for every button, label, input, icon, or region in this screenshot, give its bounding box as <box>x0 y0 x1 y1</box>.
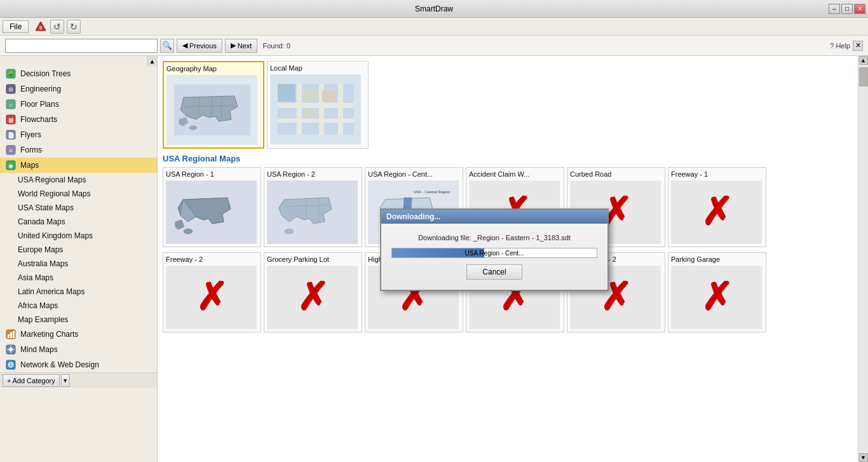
flowcharts-label: Flowcharts <box>20 115 57 124</box>
network-web-icon <box>5 359 17 370</box>
floor-plans-icon: ⌂ <box>5 99 17 110</box>
add-category-icon: + <box>7 377 11 384</box>
floor-plans-label: Floor Plans <box>20 100 59 109</box>
sidebar: ▲ 🌳 Decision Trees ⚙ Engineering ⌂ Floor… <box>0 56 158 462</box>
sidebar-sub-asia-maps[interactable]: Asia Maps <box>0 271 157 285</box>
add-category-dropdown-button[interactable]: ▼ <box>61 374 70 387</box>
svg-text:S: S <box>39 25 43 30</box>
dialog-body: Downloading file: _Region - Eastern - 1_… <box>381 224 607 290</box>
main-layout: ▲ 🌳 Decision Trees ⚙ Engineering ⌂ Floor… <box>0 56 868 462</box>
scroll-down-arrow[interactable]: ▼ <box>859 453 868 462</box>
sidebar-item-flyers[interactable]: 📄 Flyers <box>0 127 157 142</box>
close-search-button[interactable]: ✕ <box>853 41 863 51</box>
decision-trees-icon: 🌳 <box>5 68 17 79</box>
previous-button[interactable]: ◀ Previous <box>177 39 222 53</box>
marketing-charts-label: Marketing Charts <box>20 330 78 339</box>
redo-icon[interactable]: ↻ <box>67 20 81 34</box>
maps-icon: ◉ <box>5 160 17 171</box>
sidebar-item-mind-maps[interactable]: Mind Maps <box>0 342 157 357</box>
marketing-charts-icon <box>5 329 17 340</box>
help-icon: ? <box>830 42 834 50</box>
progress-bar-container: USA Region - Cent... <box>391 248 597 258</box>
svg-rect-17 <box>8 334 10 338</box>
svg-text:⚙: ⚙ <box>8 86 13 93</box>
flyers-label: Flyers <box>20 130 41 139</box>
sidebar-sub-latin-america-maps[interactable]: Latin America Maps <box>0 285 157 299</box>
sidebar-sub-uk-maps[interactable]: United Kingdom Maps <box>0 229 157 243</box>
sidebar-scroll-up[interactable]: ▲ <box>147 56 157 66</box>
add-category-label: Add Category <box>12 377 55 384</box>
decision-trees-label: Decision Trees <box>20 69 71 78</box>
dialog-cancel-button[interactable]: Cancel <box>466 264 522 280</box>
svg-text:◉: ◉ <box>8 163 13 169</box>
flyers-icon: 📄 <box>5 129 17 140</box>
sidebar-item-forms[interactable]: ≡ Forms <box>0 142 157 158</box>
sidebar-sub-world-regional-maps[interactable]: World Regional Maps <box>0 187 157 201</box>
dialog-title-bar: Downloading... <box>381 210 607 224</box>
downloading-dialog: Downloading... Downloading file: _Region… <box>380 208 609 291</box>
sidebar-sub-europe-maps[interactable]: Europe Maps <box>0 243 157 257</box>
sidebar-sub-australia-maps[interactable]: Australia Maps <box>0 257 157 271</box>
sidebar-sub-africa-maps[interactable]: Africa Maps <box>0 299 157 313</box>
file-menu-button[interactable]: File <box>3 20 29 33</box>
menu-bar: File S ↺ ↻ <box>0 18 868 36</box>
found-label: Found: 0 <box>262 42 290 50</box>
svg-rect-19 <box>13 331 15 338</box>
sidebar-item-marketing-charts[interactable]: Marketing Charts <box>0 327 157 342</box>
svg-text:📄: 📄 <box>8 132 15 139</box>
svg-rect-18 <box>10 332 12 338</box>
svg-text:🌳: 🌳 <box>7 70 15 78</box>
svg-point-21 <box>9 348 13 351</box>
search-input[interactable] <box>5 39 158 53</box>
mind-maps-label: Mind Maps <box>20 345 58 354</box>
toolbar-icons: S ↺ ↻ <box>34 20 81 34</box>
sidebar-item-decision-trees[interactable]: 🌳 Decision Trees <box>0 66 157 81</box>
dialog-message: Downloading file: _Region - Eastern - 1_… <box>418 234 571 241</box>
sidebar-sub-usa-regional-maps[interactable]: USA Regional Maps <box>0 173 157 187</box>
sidebar-item-flowcharts[interactable]: ▦ Flowcharts <box>0 112 157 127</box>
dialog-title: Downloading... <box>386 212 440 221</box>
prev-arrow-icon: ◀ <box>182 41 187 50</box>
sidebar-item-floor-plans[interactable]: ⌂ Floor Plans <box>0 97 157 112</box>
engineering-icon: ⚙ <box>5 83 17 95</box>
scroll-thumb[interactable] <box>859 67 868 86</box>
mind-maps-icon <box>5 344 17 355</box>
app-title: SmartDraw <box>415 4 453 13</box>
progress-bar-label: USA Region - Cent... <box>392 248 597 257</box>
sidebar-item-engineering[interactable]: ⚙ Engineering <box>0 81 157 97</box>
dialog-overlay: Downloading... Downloading file: _Region… <box>158 56 858 462</box>
close-button[interactable]: ✕ <box>854 4 865 14</box>
smartdraw-logo-icon: S <box>34 20 48 34</box>
maps-label: Maps <box>20 161 39 170</box>
content-scrollbar[interactable]: ▲ ▼ <box>858 56 868 462</box>
maximize-button[interactable]: □ <box>841 4 853 14</box>
undo-icon[interactable]: ↺ <box>50 20 64 34</box>
next-button[interactable]: ▶ Next <box>225 39 258 53</box>
add-category-button[interactable]: + Add Category <box>3 374 60 387</box>
sidebar-item-network-web[interactable]: Network & Web Design <box>0 357 157 372</box>
help-button[interactable]: ? Help <box>830 42 850 50</box>
search-button[interactable]: 🔍 <box>160 39 174 53</box>
flowcharts-icon: ▦ <box>5 114 17 125</box>
title-bar: SmartDraw – □ ✕ <box>0 0 868 18</box>
sidebar-sub-map-examples[interactable]: Map Examples <box>0 313 157 327</box>
next-arrow-icon: ▶ <box>231 41 236 50</box>
scroll-up-arrow[interactable]: ▲ <box>859 56 868 65</box>
svg-text:≡: ≡ <box>9 147 12 154</box>
sidebar-sub-usa-state-maps[interactable]: USA State Maps <box>0 201 157 215</box>
engineering-label: Engineering <box>20 85 61 93</box>
svg-text:▦: ▦ <box>8 117 14 123</box>
forms-label: Forms <box>20 146 42 154</box>
network-web-label: Network & Web Design <box>20 360 99 369</box>
search-bar: 🔍 ◀ Previous ▶ Next Found: 0 ? Help ✕ <box>0 36 868 56</box>
content-area: Geography Map <box>158 56 858 462</box>
sidebar-item-maps[interactable]: ◉ Maps <box>0 158 157 173</box>
minimize-button[interactable]: – <box>829 4 840 14</box>
forms-icon: ≡ <box>5 144 17 156</box>
sidebar-sub-canada-maps[interactable]: Canada Maps <box>0 215 157 229</box>
title-bar-controls: – □ ✕ <box>829 4 865 14</box>
svg-text:⌂: ⌂ <box>9 102 12 108</box>
